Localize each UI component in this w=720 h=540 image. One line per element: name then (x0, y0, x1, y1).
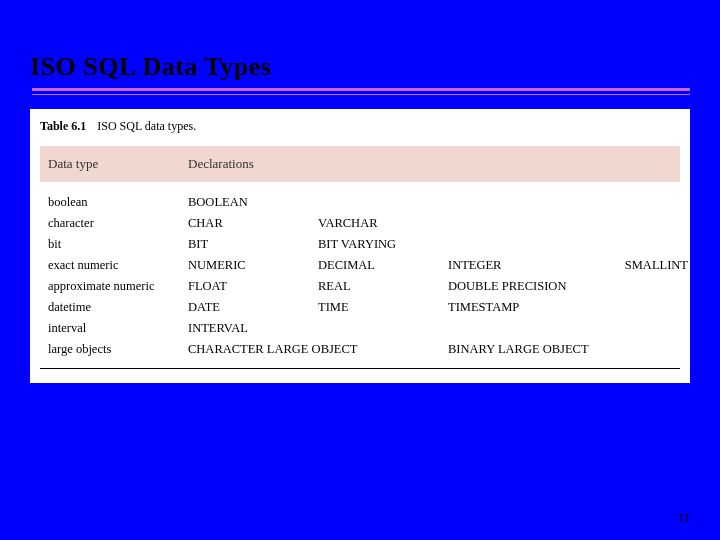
declaration: DECIMAL (318, 258, 448, 273)
declaration (598, 279, 688, 294)
declaration: CHAR (188, 216, 318, 231)
cell-declarations: BITBIT VARYING (188, 237, 688, 252)
cell-declarations: NUMERICDECIMALINTEGERSMALLINT (188, 258, 688, 273)
title-area: ISO SQL Data Types (0, 0, 720, 95)
cell-data-type: interval (48, 321, 188, 336)
declaration: INTERVAL (188, 321, 318, 336)
cell-data-type: datetime (48, 300, 188, 315)
table-row: exact numericNUMERICDECIMALINTEGERSMALLI… (48, 255, 672, 276)
table-caption: Table 6.1 ISO SQL data types. (40, 119, 680, 134)
cell-data-type: boolean (48, 195, 188, 210)
table-row: booleanBOOLEAN (48, 192, 672, 213)
declaration: DOUBLE PRECISION (448, 279, 598, 294)
table-body: booleanBOOLEANcharacterCHARVARCHARbitBIT… (40, 182, 680, 360)
cell-declarations: DATETIMETIMESTAMP (188, 300, 688, 315)
declaration: BOOLEAN (188, 195, 318, 210)
declaration: SMALLINT (598, 258, 688, 273)
declaration: TIMESTAMP (448, 300, 598, 315)
table-row: bitBITBIT VARYING (48, 234, 672, 255)
declaration: BINARY LARGE OBJECT (448, 342, 598, 357)
declaration: REAL (318, 279, 448, 294)
cell-declarations: FLOATREALDOUBLE PRECISION (188, 279, 688, 294)
cell-data-type: approximate numeric (48, 279, 188, 294)
declaration: DATE (188, 300, 318, 315)
declaration: TIME (318, 300, 448, 315)
declaration: FLOAT (188, 279, 318, 294)
table-row: approximate numericFLOATREALDOUBLE PRECI… (48, 276, 672, 297)
declaration (318, 321, 448, 336)
caption-label: Table 6.1 (40, 119, 86, 133)
cell-declarations: BOOLEAN (188, 195, 688, 210)
declaration (448, 195, 598, 210)
table-bottom-rule (40, 368, 680, 369)
underline-thin (32, 94, 690, 95)
declaration (598, 216, 688, 231)
caption-text: ISO SQL data types. (97, 119, 196, 133)
header-data-type: Data type (48, 156, 188, 172)
declaration: BIT VARYING (318, 237, 448, 252)
table-row: large objectsCHARACTER LARGE OBJECTBINAR… (48, 339, 672, 360)
cell-declarations: CHARACTER LARGE OBJECTBINARY LARGE OBJEC… (188, 342, 688, 357)
declaration: INTEGER (448, 258, 598, 273)
cell-declarations: INTERVAL (188, 321, 688, 336)
declaration (318, 195, 448, 210)
cell-data-type: large objects (48, 342, 188, 357)
page-number: 11 (677, 510, 690, 526)
declaration: VARCHAR (318, 216, 448, 231)
declaration (448, 216, 598, 231)
cell-data-type: exact numeric (48, 258, 188, 273)
slide-title: ISO SQL Data Types (30, 52, 690, 82)
declaration: NUMERIC (188, 258, 318, 273)
declaration (448, 237, 598, 252)
table-row: characterCHARVARCHAR (48, 213, 672, 234)
table-row: datetimeDATETIMETIMESTAMP (48, 297, 672, 318)
underline-thick (32, 88, 690, 91)
declaration (598, 321, 688, 336)
data-types-table: Table 6.1 ISO SQL data types. Data type … (30, 109, 690, 383)
declaration (598, 342, 688, 357)
declaration: BIT (188, 237, 318, 252)
cell-data-type: bit (48, 237, 188, 252)
table-row: intervalINTERVAL (48, 318, 672, 339)
declaration (598, 237, 688, 252)
declaration (448, 321, 598, 336)
declaration (598, 195, 688, 210)
declaration (318, 342, 448, 357)
table-header-row: Data type Declarations (40, 146, 680, 182)
cell-data-type: character (48, 216, 188, 231)
declaration (598, 300, 688, 315)
cell-declarations: CHARVARCHAR (188, 216, 688, 231)
header-declarations: Declarations (188, 156, 672, 172)
title-underline (30, 88, 690, 95)
declaration: CHARACTER LARGE OBJECT (188, 342, 318, 357)
